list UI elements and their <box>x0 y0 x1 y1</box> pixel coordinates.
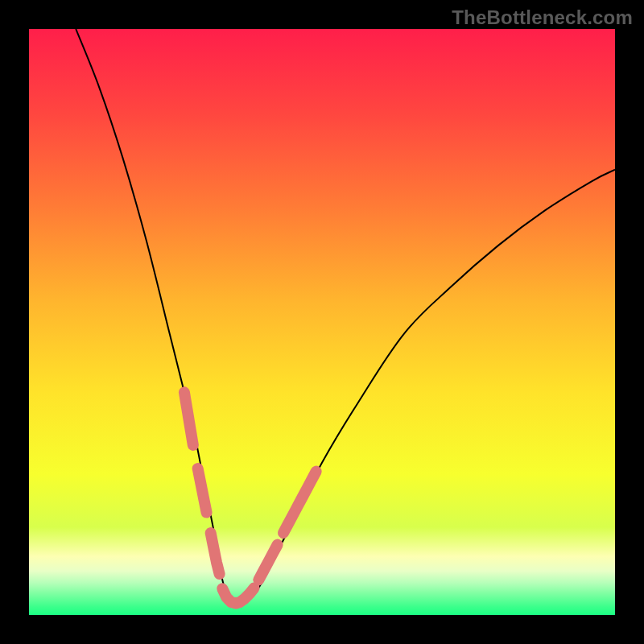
marker-right-segment-upper <box>283 472 316 533</box>
marker-left-segment-mid <box>198 469 207 513</box>
marker-valley-floor <box>222 588 254 604</box>
curve-layer <box>29 29 615 615</box>
plot-area <box>29 29 615 615</box>
marker-left-segment-lower <box>211 533 220 574</box>
bottleneck-curve <box>76 29 615 604</box>
marker-group <box>184 392 316 603</box>
chart-frame: TheBottleneck.com <box>0 0 644 644</box>
watermark-label: TheBottleneck.com <box>452 6 633 29</box>
marker-right-segment-lower <box>258 545 277 580</box>
marker-left-segment-upper <box>184 392 193 445</box>
